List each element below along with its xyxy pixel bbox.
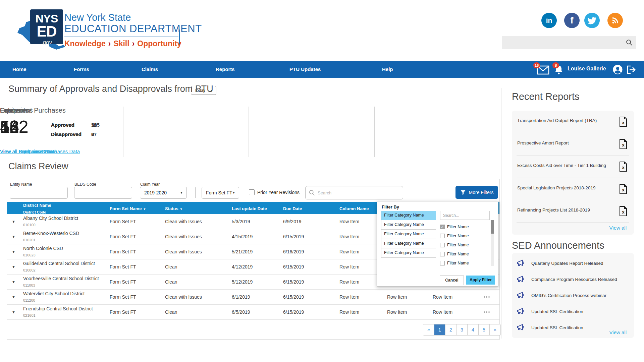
rss-icon[interactable] (607, 13, 623, 28)
recent-reports-list: Transportation Aid Output Report (TRA) x… (512, 111, 634, 223)
filter-category-item[interactable]: Filter Category Name (381, 220, 436, 230)
scrollbar-thumb[interactable] (491, 220, 494, 234)
filter-category-item[interactable]: Filter Category Name (381, 239, 436, 248)
excel-file-icon[interactable]: x (619, 162, 627, 172)
col-district[interactable]: District Name District Code (23, 202, 110, 215)
entity-name-input[interactable] (10, 187, 68, 199)
announcement-item[interactable]: Quarterly Updates Report Released (512, 255, 634, 271)
reports-view-all-link[interactable]: View all (609, 225, 627, 231)
sign-out-icon[interactable] (627, 65, 636, 74)
filter-search-input[interactable] (440, 211, 490, 220)
expand-row-icon[interactable]: ▼ (12, 265, 23, 269)
status-cell: Clean with Issues (165, 249, 232, 254)
district-cell: Watervliet City School District 011200 (23, 291, 110, 303)
table-row[interactable]: ▼ Friendship Central School District 021… (7, 305, 499, 320)
account-icon[interactable] (612, 64, 623, 75)
checkbox-icon[interactable] (440, 234, 445, 238)
beds-code-input[interactable] (74, 187, 132, 199)
filter-checkbox-row[interactable]: Filter Name (440, 240, 469, 249)
page-button[interactable]: 3 (457, 324, 468, 335)
checkbox-icon[interactable] (440, 243, 445, 247)
expand-row-icon[interactable]: ▼ (12, 310, 23, 314)
sidebar-divider (501, 88, 501, 339)
announcement-item[interactable]: OMIG's Certification Process webinar (512, 287, 634, 303)
nav-item-forms[interactable]: Forms (74, 66, 89, 72)
more-filters-button[interactable]: More Filters (455, 186, 498, 199)
twitter-icon[interactable] (584, 13, 600, 28)
period-select[interactable]: Today ▼ (191, 86, 216, 95)
view-all-equipment-purchases-link[interactable]: View all Equipment Purchases Data (0, 148, 80, 154)
table-row[interactable]: ▼ Watervliet City School District 011200… (7, 290, 499, 305)
alerts-badge: 8 (552, 62, 559, 68)
user-name[interactable]: Louise Gallerie (568, 66, 606, 72)
page-button[interactable]: 4 (468, 324, 479, 335)
excel-file-icon[interactable]: x (619, 184, 627, 194)
nav-item-ptu-updates[interactable]: PTU Updates (289, 66, 321, 72)
excel-file-icon[interactable]: x (619, 206, 627, 216)
apply-filter-button[interactable]: Apply Filter (466, 276, 495, 285)
report-item[interactable]: Prospective Amort Report x (517, 133, 629, 156)
checkbox-icon[interactable]: ✓ (440, 225, 445, 229)
filter-category-item[interactable]: Filter Category Name (381, 211, 436, 220)
expand-row-icon[interactable]: ▼ (12, 280, 23, 284)
cancel-button[interactable]: Cancel (440, 276, 464, 285)
report-item[interactable]: Transportation Aid Output Report (TRA) x (517, 111, 629, 133)
prior-year-revisions-checkbox[interactable] (249, 189, 255, 195)
col-last-update[interactable]: Last update Date (232, 206, 283, 211)
district-name: Friendship Central School District (23, 306, 93, 311)
claim-year-select[interactable]: 2019-2020 ▼ (140, 187, 187, 199)
facebook-icon[interactable]: f (564, 13, 580, 28)
col-due-date[interactable]: Due Date (283, 206, 339, 211)
expand-row-icon[interactable]: ▼ (12, 250, 23, 254)
popup-scrollbar[interactable] (491, 220, 494, 266)
nav-item-help[interactable]: Help (382, 66, 393, 72)
announcements-view-all-link[interactable]: View all (609, 329, 627, 335)
page-button[interactable]: 2 (445, 324, 457, 335)
last-update-cell: 5/21/2019 (232, 249, 283, 254)
site-search-bar[interactable] (502, 36, 636, 49)
report-item[interactable]: Special Legislation Projects 2018-2019 x (517, 178, 629, 200)
checkbox-icon[interactable] (440, 252, 445, 256)
table-search-input[interactable] (317, 187, 399, 199)
linkedin-icon[interactable]: in (541, 13, 557, 28)
report-title: Excess Costs Aid over Time - Tier 1 Buil… (517, 163, 611, 168)
nav-item-reports[interactable]: Reports (216, 66, 235, 72)
nav-item-home[interactable]: Home (12, 66, 26, 72)
expand-row-icon[interactable]: ▼ (12, 220, 23, 224)
announcement-item[interactable]: Compliance Program Resources Released (512, 271, 634, 287)
excel-file-icon[interactable]: x (619, 139, 627, 149)
expand-row-icon[interactable]: ▼ (12, 295, 23, 299)
filter-checkbox-row[interactable]: Filter Name (440, 258, 469, 267)
filter-category-item[interactable]: Filter Category Name (381, 248, 436, 258)
expand-row-icon[interactable]: ▼ (12, 235, 23, 239)
nav-item-claims[interactable]: Claims (142, 66, 158, 72)
entity-name-label: Entity Name (10, 182, 32, 187)
report-item[interactable]: Refinancing Projects List 2018-2019 x (517, 200, 629, 223)
col-form-set[interactable]: Form Set Name▼ (110, 206, 165, 211)
twitter-bird-icon (588, 16, 596, 25)
row-menu-icon[interactable] (484, 311, 499, 313)
last-update-cell: 5/3/2019 (232, 219, 283, 224)
page-button[interactable]: » (490, 324, 500, 335)
brand-divider (64, 36, 178, 37)
excel-file-icon[interactable]: x (619, 117, 627, 127)
report-item[interactable]: Excess Costs Aid over Time - Tier 1 Buil… (517, 156, 629, 178)
filter-category-item[interactable]: Filter Category Name (381, 230, 436, 239)
checkbox-icon[interactable] (440, 261, 445, 265)
megaphone-icon (517, 275, 527, 284)
page-button[interactable]: « (423, 324, 434, 335)
page-button[interactable]: 1 (434, 324, 445, 335)
form-set-select[interactable]: Form Set FT ▼ (202, 187, 239, 199)
filter-checkbox-row[interactable]: Filter Name (440, 249, 469, 258)
nysed-logo[interactable]: NYS ED .gov (16, 6, 66, 53)
filter-checkbox-row[interactable]: ✓ Filter Name (440, 222, 469, 231)
filter-popup-title: Filter By (382, 204, 399, 209)
announcement-item[interactable]: Updated SSL Certification (512, 303, 634, 319)
row-menu-icon[interactable] (484, 296, 499, 298)
page-button[interactable]: 5 (479, 324, 490, 335)
status-cell: Clean with Issues (165, 234, 232, 239)
form-set-header: Form Set Name (110, 206, 142, 211)
filter-checkbox-row[interactable]: Filter Name (440, 231, 469, 240)
col-status[interactable]: Status▼ (165, 206, 232, 211)
nysed-logo-square: NYS ED .gov (30, 9, 63, 44)
